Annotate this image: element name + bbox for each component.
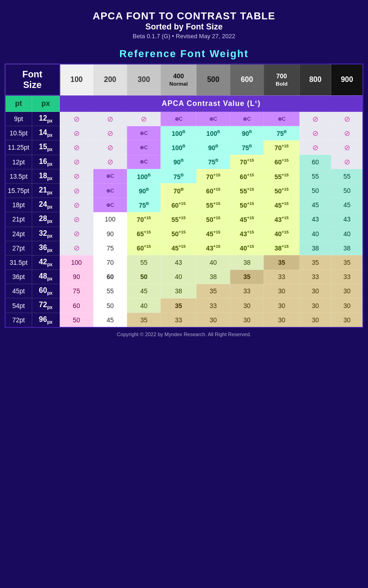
table-row: 15.75pt 21px ⊘ ⊕C 90B 70B 60+15 55+15 50… bbox=[5, 183, 363, 198]
pt-27: 27pt bbox=[5, 241, 32, 255]
cell-21-900: 43 bbox=[331, 212, 363, 227]
cell-135-300: 100B bbox=[127, 169, 161, 183]
cell-9-200: ⊘ bbox=[93, 112, 127, 126]
cell-12-100: ⊘ bbox=[60, 155, 93, 169]
cell-1125-400: 100B bbox=[161, 140, 196, 155]
cell-1575-200: ⊕C bbox=[93, 183, 127, 198]
cell-54-500: 33 bbox=[196, 298, 230, 313]
cell-1575-100: ⊘ bbox=[60, 183, 93, 198]
table-row: 18pt 24px ⊘ ⊕C 75B 60+15 55+15 50+15 45+… bbox=[5, 198, 363, 212]
cell-135-400: 75B bbox=[161, 169, 196, 183]
cell-21-800: 43 bbox=[299, 212, 331, 227]
footer: Copyright © 2022 by Myndex Research. All… bbox=[5, 328, 363, 339]
cell-18-900: 45 bbox=[331, 198, 363, 212]
cell-24-600: 43+15 bbox=[230, 227, 264, 241]
cell-12-800: 60 bbox=[299, 155, 331, 169]
page-title: APCA FONT TO CONTRAST TABLE bbox=[5, 10, 363, 22]
cell-27-400: 45+15 bbox=[161, 241, 196, 255]
cell-27-500: 43+15 bbox=[196, 241, 230, 255]
cell-45-300: 45 bbox=[127, 284, 161, 298]
cell-105-800: ⊘ bbox=[299, 126, 331, 140]
weight-400-header: 400Normal bbox=[161, 64, 196, 95]
cell-45-400: 38 bbox=[161, 284, 196, 298]
table-row: 9pt 12px ⊘ ⊘ ⊘ ⊕C ⊕C ⊕C ⊕C ⊘ ⊘ bbox=[5, 112, 363, 126]
cell-1125-600: 75B bbox=[230, 140, 264, 155]
cell-1125-800: ⊘ bbox=[299, 140, 331, 155]
cell-54-900: 30 bbox=[331, 298, 363, 313]
table-row: 27pt 36px ⊘ 75 60+15 45+15 43+15 40+15 3… bbox=[5, 241, 363, 255]
cell-36-500: 38 bbox=[196, 270, 230, 284]
cell-54-400: 35 bbox=[161, 298, 196, 313]
cell-315-400: 43 bbox=[161, 255, 196, 269]
px-42: 42px bbox=[32, 255, 59, 269]
table-row: 13.5pt 18px ⊘ ⊕C 100B 75B 70+15 60+15 55… bbox=[5, 169, 363, 183]
cell-9-500: ⊕C bbox=[196, 112, 230, 126]
pt-21: 21pt bbox=[5, 212, 32, 227]
cell-45-900: 30 bbox=[331, 284, 363, 298]
pt-135: 13.5pt bbox=[5, 169, 32, 183]
cell-24-900: 40 bbox=[331, 227, 363, 241]
table-row: 31.5pt 42px 100 70 55 43 40 38 35 35 35 bbox=[5, 255, 363, 269]
cell-9-100: ⊘ bbox=[60, 112, 93, 126]
pt-315: 31.5pt bbox=[5, 255, 32, 269]
px-21: 21px bbox=[32, 183, 59, 198]
pt-18: 18pt bbox=[5, 198, 32, 212]
cell-105-300: ⊕C bbox=[127, 126, 161, 140]
cell-72-300: 35 bbox=[127, 313, 161, 327]
cell-24-500: 45+15 bbox=[196, 227, 230, 241]
cell-45-200: 55 bbox=[93, 284, 127, 298]
cell-18-100: ⊘ bbox=[60, 198, 93, 212]
cell-24-100: ⊘ bbox=[60, 227, 93, 241]
cell-12-400: 90B bbox=[161, 155, 196, 169]
cell-12-500: 75B bbox=[196, 155, 230, 169]
cell-36-700: 33 bbox=[264, 270, 299, 284]
cell-135-500: 70+15 bbox=[196, 169, 230, 183]
cell-315-900: 35 bbox=[331, 255, 363, 269]
px-48: 48px bbox=[32, 270, 59, 284]
pt-36: 36pt bbox=[5, 270, 32, 284]
cell-27-600: 40+15 bbox=[230, 241, 264, 255]
cell-18-200: ⊕C bbox=[93, 198, 127, 212]
cell-21-500: 50+15 bbox=[196, 212, 230, 227]
pt-1125: 11.25pt bbox=[5, 140, 32, 155]
apca-header: APCA Contrast Value (Lc) bbox=[60, 95, 363, 112]
cell-21-200: 100 bbox=[93, 212, 127, 227]
cell-105-200: ⊘ bbox=[93, 126, 127, 140]
cell-9-400: ⊕C bbox=[161, 112, 196, 126]
weight-200-header: 200 bbox=[93, 64, 127, 95]
cell-1575-400: 70B bbox=[161, 183, 196, 198]
header: APCA FONT TO CONTRAST TABLE Sorted by Fo… bbox=[5, 5, 363, 43]
cell-27-100: ⊘ bbox=[60, 241, 93, 255]
cell-135-800: 55 bbox=[299, 169, 331, 183]
cell-1125-300: ⊕C bbox=[127, 140, 161, 155]
cell-27-800: 38 bbox=[299, 241, 331, 255]
cell-135-200: ⊕C bbox=[93, 169, 127, 183]
px-28: 28px bbox=[32, 212, 59, 227]
cell-315-800: 35 bbox=[299, 255, 331, 269]
cell-18-300: 75B bbox=[127, 198, 161, 212]
px-14: 14px bbox=[32, 126, 59, 140]
cell-24-700: 40+15 bbox=[264, 227, 299, 241]
pt-45: 45pt bbox=[5, 284, 32, 298]
table-row: 54pt 72px 60 50 40 35 33 30 30 30 30 bbox=[5, 298, 363, 313]
cell-1575-500: 60+15 bbox=[196, 183, 230, 198]
cell-315-700: 35 bbox=[264, 255, 299, 269]
cell-1125-900: ⊘ bbox=[331, 140, 363, 155]
px-96: 96px bbox=[32, 313, 59, 327]
cell-72-700: 30 bbox=[264, 313, 299, 327]
px-72: 72px bbox=[32, 298, 59, 313]
cell-54-100: 60 bbox=[60, 298, 93, 313]
weight-600-header: 600 bbox=[230, 64, 264, 95]
cell-9-900: ⊘ bbox=[331, 112, 363, 126]
cell-36-200: 60 bbox=[93, 270, 127, 284]
pt-9: 9pt bbox=[5, 112, 32, 126]
weight-500-header: 500 bbox=[196, 64, 230, 95]
cell-135-600: 60+15 bbox=[230, 169, 264, 183]
cell-72-400: 33 bbox=[161, 313, 196, 327]
table-row: 36pt 48px 90 60 50 40 38 35 33 33 33 bbox=[5, 270, 363, 284]
cell-135-100: ⊘ bbox=[60, 169, 93, 183]
px-32: 32px bbox=[32, 227, 59, 241]
pt-105: 10.5pt bbox=[5, 126, 32, 140]
cell-36-800: 33 bbox=[299, 270, 331, 284]
cell-54-800: 30 bbox=[299, 298, 331, 313]
